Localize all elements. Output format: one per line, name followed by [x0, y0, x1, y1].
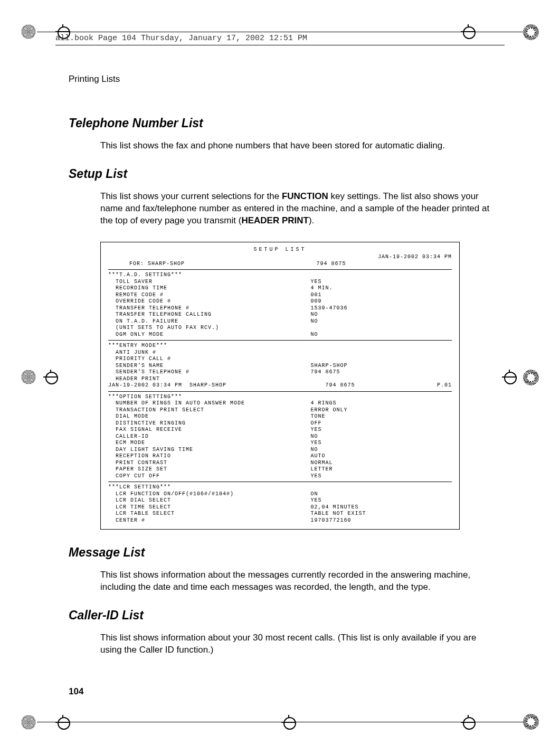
setup-row-label: FAX SIGNAL RECEIVE — [108, 427, 310, 433]
page-content: Printing Lists Telephone Number List Thi… — [69, 74, 491, 671]
crop-cross-ml — [43, 370, 58, 384]
setup-row: RECEPTION RATIOAUTO — [108, 453, 452, 460]
setup-row-label: OVERRIDE CODE # — [108, 298, 310, 305]
setup-row-value: LETTER — [310, 466, 452, 473]
paragraph-message: This list shows information about the me… — [100, 569, 491, 593]
setup-row-value — [310, 350, 452, 356]
setup-row-value: NO — [310, 447, 452, 454]
setup-row-value: 001 — [310, 292, 452, 299]
setup-row-label: DISTINCTIVE RINGING — [108, 420, 310, 427]
setup-row-label: LCR FUNCTION ON/OFF(#106#/#104#) — [108, 491, 310, 498]
reg-wheel-br — [523, 714, 539, 730]
page-header-filename: all.book Page 104 Thursday, January 17, … — [55, 34, 505, 45]
setup-row: DIAL MODETONE — [108, 413, 452, 420]
crop-cross-bl — [55, 715, 70, 730]
setup-row-label: CENTER # — [108, 517, 310, 524]
setup-row-value: 1539-47036 — [310, 305, 452, 312]
setup-row-label: LCR TABLE SELECT — [108, 511, 310, 517]
setup-row: DAY LIGHT SAVING TIMENO — [108, 447, 452, 454]
setup-for-row: FOR: SHARP-SHOP 794 8675 — [108, 261, 452, 268]
setup-row: ANTI JUNK # — [108, 350, 452, 356]
setup-date-row: JAN-19-2002 03:34 PM — [108, 254, 452, 261]
entry-footer: JAN-19-2002 03:34 PM SHARP-SHOP 794 8675… — [108, 382, 452, 389]
bold-header-print: HEADER PRINT — [241, 215, 309, 225]
setup-row-label: CALLER-ID — [108, 433, 310, 440]
crop-mark-tl — [21, 24, 36, 39]
setup-row-label: TRANSFER TELEPHONE # — [108, 305, 310, 312]
setup-row-value: YES — [310, 427, 452, 433]
setup-row-label: TRANSFER TELEPHONE CALLING — [108, 312, 310, 318]
setup-row: PRIORITY CALL # — [108, 356, 452, 363]
setup-for-number: 794 8675 — [316, 261, 452, 268]
setup-row-value: NO — [310, 318, 452, 325]
reg-wheel-tr — [523, 24, 539, 40]
setup-row: TOLL SAVERYES — [108, 279, 452, 286]
setup-row: CALLER-IDNO — [108, 433, 452, 440]
setup-date: JAN-19-2002 03:34 PM — [308, 254, 452, 261]
crosshair-icon — [461, 715, 476, 730]
paragraph-setup: This list shows your current selections … — [100, 191, 491, 227]
crop-line-bottom — [37, 722, 523, 722]
crop-line-top — [37, 32, 523, 32]
setup-row: HEADER PRINT — [108, 376, 452, 383]
paragraph-telephone: This list shows the fax and phone number… — [100, 140, 491, 152]
group-option-title: ***OPTION SETTING*** — [108, 394, 452, 401]
crosshair-icon — [502, 370, 517, 384]
group-entry-title: ***ENTRY MODE*** — [108, 343, 452, 350]
setup-row: COPY CUT OFFYES — [108, 473, 452, 480]
heading-caller-id-list: Caller-ID List — [69, 608, 491, 623]
divider — [108, 482, 452, 482]
setup-row-value — [310, 356, 452, 363]
divider — [108, 269, 452, 270]
setup-row-label: DAY LIGHT SAVING TIME — [108, 447, 310, 454]
setup-row-label: ON T.A.D. FAILURE — [108, 318, 310, 325]
setup-row-value: ERROR ONLY — [310, 407, 452, 414]
setup-row: RECORDING TIME4 MIN. — [108, 285, 452, 292]
setup-row-label: HEADER PRINT — [108, 376, 310, 383]
setup-list-printout: SETUP LIST JAN-19-2002 03:34 PM FOR: SHA… — [100, 242, 460, 530]
crop-mark-ml — [21, 370, 36, 384]
setup-row: REMOTE CODE #001 — [108, 292, 452, 299]
setup-row-value: NORMAL — [310, 460, 452, 467]
setup-row: SENDER'S TELEPHONE #794 8675 — [108, 369, 452, 376]
setup-row-value — [310, 325, 452, 332]
crop-cross-br — [461, 715, 476, 730]
setup-row-label: PRINT CONTRAST — [108, 460, 310, 467]
setup-row: OVERRIDE CODE #009 — [108, 298, 452, 305]
setup-row-value: ON — [310, 491, 452, 498]
setup-row-value: 794 8675 — [310, 369, 452, 376]
setup-row-value: NO — [310, 433, 452, 440]
crosshair-icon — [281, 715, 296, 730]
setup-row-label: RECORDING TIME — [108, 285, 310, 292]
setup-row: TRANSACTION PRINT SELECTERROR ONLY — [108, 407, 452, 414]
setup-row: NUMBER OF RINGS IN AUTO ANSWER MODE4 RIN… — [108, 400, 452, 407]
divider — [108, 391, 452, 392]
setup-row-value: 19703772160 — [310, 517, 452, 524]
setup-row-label: COPY CUT OFF — [108, 473, 310, 480]
reg-circle-icon — [21, 715, 36, 730]
registration-wheel-icon — [523, 714, 539, 730]
setup-row: SENDER'S NAMESHARP-SHOP — [108, 363, 452, 370]
setup-row: DISTINCTIVE RINGINGOFF — [108, 420, 452, 427]
setup-row: TRANSFER TELEPHONE CALLINGNO — [108, 312, 452, 318]
setup-row-label: LCR DIAL SELECT — [108, 497, 310, 504]
bold-function: FUNCTION — [282, 191, 328, 201]
crosshair-icon — [55, 715, 70, 730]
setup-row-label: (UNIT SETS TO AUTO FAX RCV.) — [108, 325, 310, 332]
setup-row: ECM MODEYES — [108, 440, 452, 447]
setup-row-label: SENDER'S TELEPHONE # — [108, 369, 310, 376]
setup-row-label: TRANSACTION PRINT SELECT — [108, 407, 310, 414]
registration-wheel-icon — [523, 24, 539, 40]
setup-for-label: FOR: SHARP-SHOP — [108, 261, 316, 268]
setup-row-value: YES — [310, 497, 452, 504]
registration-wheel-icon — [523, 370, 539, 385]
breadcrumb: Printing Lists — [69, 74, 491, 84]
setup-row: LCR TABLE SELECTTABLE NOT EXIST — [108, 511, 452, 517]
crop-cross-bc — [281, 715, 296, 730]
setup-row: LCR TIME SELECT02,04 MINUTES — [108, 504, 452, 511]
paragraph-caller-id: This list shows information about your 3… — [100, 632, 491, 656]
heading-telephone-number-list: Telephone Number List — [69, 116, 491, 130]
setup-row: (UNIT SETS TO AUTO FAX RCV.) — [108, 325, 452, 332]
entry-footer-mid: 794 8675 — [280, 382, 401, 389]
crosshair-icon — [43, 370, 58, 384]
